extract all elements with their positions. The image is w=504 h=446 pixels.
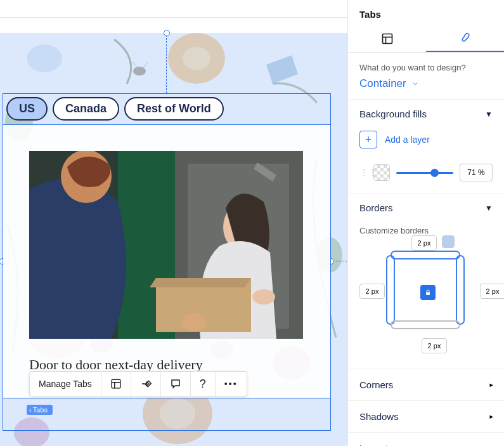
comment-button[interactable]: [161, 372, 191, 396]
tab-us[interactable]: US: [6, 97, 48, 121]
border-lock-button[interactable]: [420, 285, 436, 300]
border-diagram: [348, 242, 504, 369]
guide-vertical: [166, 35, 167, 93]
border-preview: [387, 252, 463, 328]
layout-section-header[interactable]: Layout ▾: [348, 432, 504, 446]
svg-rect-28: [382, 34, 392, 43]
question-icon: ?: [200, 377, 206, 391]
tab-canada[interactable]: Canada: [53, 97, 119, 121]
opacity-input[interactable]: [460, 164, 493, 181]
opacity-slider[interactable]: [396, 172, 453, 174]
tab-pills-row: US Canada Rest of World: [6, 97, 224, 121]
more-icon: •••: [224, 379, 238, 389]
target-dropdown[interactable]: Container: [348, 77, 504, 99]
border-color-swatch[interactable]: [442, 235, 455, 248]
resize-handle-top[interactable]: [164, 30, 170, 36]
background-fills-title: Background fills: [359, 108, 427, 119]
background-fills-section: Background fills ▼ + Add a layer ⋮⋮: [348, 99, 504, 193]
border-top-input[interactable]: [411, 235, 437, 251]
panel-body: What do you want to design? Container Ba…: [348, 53, 504, 446]
tab-rest-of-world[interactable]: Rest of World: [124, 97, 224, 121]
border-edge-left[interactable]: [386, 255, 395, 325]
help-button[interactable]: ?: [191, 372, 216, 396]
brush-icon: [459, 32, 472, 44]
add-layer-row: + Add a layer: [348, 128, 504, 160]
dropdown-value: Container: [359, 77, 406, 90]
layout-button[interactable]: [101, 372, 131, 396]
guide-horizontal: [333, 261, 347, 261]
manage-tabs-button[interactable]: Manage Tabs: [30, 372, 101, 396]
layout-icon: [110, 378, 122, 390]
svg-rect-31: [426, 292, 430, 296]
add-layer-button[interactable]: +: [359, 131, 377, 148]
more-button[interactable]: •••: [216, 372, 247, 396]
fill-swatch[interactable]: [373, 164, 390, 181]
layout-title: Layout: [359, 443, 388, 446]
border-left-input[interactable]: [359, 284, 385, 299]
border-right-input[interactable]: [480, 284, 504, 299]
panel-tab-layout[interactable]: [348, 25, 426, 52]
drag-grip-icon[interactable]: ⋮⋮: [359, 167, 367, 178]
design-prompt: What do you want to design?: [348, 53, 504, 77]
chevron-left-icon: ‹: [29, 406, 32, 414]
borders-section: Borders ▼ Customize borders: [348, 193, 504, 369]
panel-tab-design[interactable]: [426, 25, 504, 52]
shadows-section-header[interactable]: Shadows ▾: [348, 400, 504, 432]
svg-point-3: [27, 44, 62, 72]
element-badge[interactable]: ‹ Tabs: [27, 405, 53, 415]
layout-icon: [381, 32, 394, 45]
lock-icon: [424, 289, 432, 296]
svg-point-2: [183, 47, 210, 70]
border-edge-bottom[interactable]: [391, 320, 460, 329]
panel-title: Tabs: [348, 0, 504, 25]
border-edge-right[interactable]: [456, 255, 465, 325]
badge-label: Tabs: [33, 406, 48, 414]
chevron-down-icon: [411, 80, 419, 88]
panel-tabs: [348, 25, 504, 53]
shadows-title: Shadows: [359, 411, 399, 422]
border-bottom-input[interactable]: [422, 338, 447, 353]
add-layer-label[interactable]: Add a layer: [385, 134, 430, 145]
caret-down-icon: ▼: [485, 110, 493, 119]
border-edge-top[interactable]: [391, 251, 460, 259]
corners-section-header[interactable]: Corners ▾: [348, 369, 504, 400]
background-fills-header[interactable]: Background fills ▼: [348, 100, 504, 128]
context-toolbar: Manage Tabs ? •••: [29, 371, 247, 397]
caret-right-icon: ▾: [487, 383, 495, 387]
canvas-area: Door to door next-day delivery US Canada…: [0, 0, 347, 446]
fill-opacity-row: ⋮⋮: [348, 160, 504, 193]
svg-rect-24: [112, 379, 120, 388]
design-panel: Tabs What do you want to design? Contain…: [347, 0, 504, 446]
borders-header[interactable]: Borders ▼: [348, 193, 504, 222]
borders-title: Borders: [359, 202, 393, 213]
animation-icon: [140, 378, 152, 390]
comment-icon: [170, 378, 181, 390]
animation-button[interactable]: [131, 372, 161, 396]
caret-down-icon: ▼: [485, 204, 493, 213]
caret-right-icon: ▾: [487, 415, 495, 419]
canvas-topbar: [0, 0, 347, 18]
selection-inner[interactable]: [3, 124, 331, 398]
svg-rect-27: [145, 381, 152, 387]
svg-point-10: [133, 67, 146, 75]
corners-title: Corners: [359, 379, 393, 390]
slider-thumb[interactable]: [430, 169, 439, 177]
